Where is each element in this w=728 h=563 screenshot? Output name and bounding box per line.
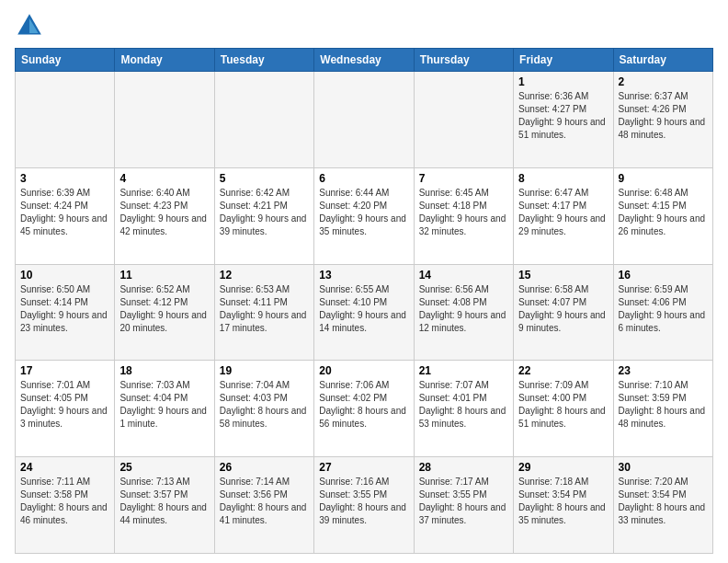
logo [15, 11, 48, 40]
calendar-cell: 1Sunrise: 6:36 AM Sunset: 4:27 PM Daylig… [514, 72, 613, 168]
day-number: 14 [419, 269, 508, 282]
day-number: 1 [518, 75, 608, 88]
calendar-cell: 2Sunrise: 6:37 AM Sunset: 4:26 PM Daylig… [613, 72, 712, 168]
calendar-cell: 13Sunrise: 6:55 AM Sunset: 4:10 PM Dayli… [314, 264, 414, 361]
calendar-cell [314, 72, 414, 168]
day-number: 9 [619, 172, 708, 185]
column-header-tuesday: Tuesday [214, 49, 313, 72]
day-info: Sunrise: 7:13 AM Sunset: 3:57 PM Dayligh… [119, 476, 209, 527]
day-info: Sunrise: 6:55 AM Sunset: 4:10 PM Dayligh… [319, 283, 408, 335]
day-info: Sunrise: 6:50 AM Sunset: 4:14 PM Dayligh… [20, 283, 109, 335]
day-number: 22 [518, 364, 608, 377]
day-info: Sunrise: 7:20 AM Sunset: 3:54 PM Dayligh… [619, 476, 708, 527]
day-number: 27 [319, 461, 408, 474]
calendar-cell: 8Sunrise: 6:47 AM Sunset: 4:17 PM Daylig… [514, 167, 613, 264]
calendar-cell: 23Sunrise: 7:10 AM Sunset: 3:59 PM Dayli… [613, 361, 712, 457]
day-info: Sunrise: 6:40 AM Sunset: 4:23 PM Dayligh… [119, 187, 209, 238]
calendar-table: SundayMondayTuesdayWednesdayThursdayFrid… [15, 48, 713, 554]
day-info: Sunrise: 6:59 AM Sunset: 4:06 PM Dayligh… [619, 283, 708, 335]
logo-icon [15, 11, 44, 40]
day-info: Sunrise: 6:48 AM Sunset: 4:15 PM Dayligh… [619, 187, 708, 238]
calendar-cell: 14Sunrise: 6:56 AM Sunset: 4:08 PM Dayli… [414, 264, 513, 361]
calendar-cell [16, 72, 115, 168]
day-number: 16 [619, 269, 708, 282]
column-header-wednesday: Wednesday [314, 49, 414, 72]
day-number: 25 [119, 461, 209, 474]
calendar-cell: 28Sunrise: 7:17 AM Sunset: 3:55 PM Dayli… [414, 457, 513, 554]
week-row-2: 3Sunrise: 6:39 AM Sunset: 4:24 PM Daylig… [16, 167, 713, 264]
day-number: 7 [419, 172, 508, 185]
calendar-cell: 12Sunrise: 6:53 AM Sunset: 4:11 PM Dayli… [214, 264, 313, 361]
calendar-cell: 9Sunrise: 6:48 AM Sunset: 4:15 PM Daylig… [613, 167, 712, 264]
calendar-cell: 27Sunrise: 7:16 AM Sunset: 3:55 PM Dayli… [314, 457, 414, 554]
day-info: Sunrise: 6:36 AM Sunset: 4:27 PM Dayligh… [518, 90, 608, 142]
day-number: 3 [20, 172, 109, 185]
day-info: Sunrise: 7:10 AM Sunset: 3:59 PM Dayligh… [619, 379, 708, 431]
calendar-cell: 11Sunrise: 6:52 AM Sunset: 4:12 PM Dayli… [115, 264, 214, 361]
calendar-cell: 6Sunrise: 6:44 AM Sunset: 4:20 PM Daylig… [314, 167, 414, 264]
calendar-cell: 10Sunrise: 6:50 AM Sunset: 4:14 PM Dayli… [16, 264, 115, 361]
day-number: 24 [20, 461, 109, 474]
day-info: Sunrise: 7:03 AM Sunset: 4:04 PM Dayligh… [119, 379, 209, 431]
day-number: 10 [20, 269, 109, 282]
calendar-cell: 25Sunrise: 7:13 AM Sunset: 3:57 PM Dayli… [115, 457, 214, 554]
header [15, 11, 713, 40]
day-info: Sunrise: 7:07 AM Sunset: 4:01 PM Dayligh… [419, 379, 508, 431]
day-number: 5 [220, 172, 309, 185]
day-number: 15 [518, 269, 608, 282]
day-number: 28 [419, 461, 508, 474]
calendar-cell: 18Sunrise: 7:03 AM Sunset: 4:04 PM Dayli… [115, 361, 214, 457]
day-info: Sunrise: 7:06 AM Sunset: 4:02 PM Dayligh… [319, 379, 408, 431]
day-info: Sunrise: 7:01 AM Sunset: 4:05 PM Dayligh… [20, 379, 109, 431]
day-info: Sunrise: 6:37 AM Sunset: 4:26 PM Dayligh… [619, 90, 708, 142]
day-info: Sunrise: 6:42 AM Sunset: 4:21 PM Dayligh… [220, 187, 309, 238]
calendar-cell [414, 72, 513, 168]
day-number: 13 [319, 269, 408, 282]
day-number: 26 [220, 461, 309, 474]
day-number: 29 [518, 461, 608, 474]
day-info: Sunrise: 6:39 AM Sunset: 4:24 PM Dayligh… [20, 187, 109, 238]
day-info: Sunrise: 7:09 AM Sunset: 4:00 PM Dayligh… [518, 379, 608, 431]
calendar-cell: 21Sunrise: 7:07 AM Sunset: 4:01 PM Dayli… [414, 361, 513, 457]
day-number: 18 [119, 364, 209, 377]
calendar-cell: 17Sunrise: 7:01 AM Sunset: 4:05 PM Dayli… [16, 361, 115, 457]
day-number: 30 [619, 461, 708, 474]
day-info: Sunrise: 6:52 AM Sunset: 4:12 PM Dayligh… [119, 283, 209, 335]
day-info: Sunrise: 7:04 AM Sunset: 4:03 PM Dayligh… [220, 379, 309, 431]
calendar-cell: 3Sunrise: 6:39 AM Sunset: 4:24 PM Daylig… [16, 167, 115, 264]
calendar-cell [115, 72, 214, 168]
day-info: Sunrise: 6:58 AM Sunset: 4:07 PM Dayligh… [518, 283, 608, 335]
week-row-5: 24Sunrise: 7:11 AM Sunset: 3:58 PM Dayli… [16, 457, 713, 554]
page: SundayMondayTuesdayWednesdayThursdayFrid… [0, 0, 728, 563]
day-number: 11 [119, 269, 209, 282]
week-row-1: 1Sunrise: 6:36 AM Sunset: 4:27 PM Daylig… [16, 72, 713, 168]
day-number: 2 [619, 75, 708, 88]
day-number: 20 [319, 364, 408, 377]
day-info: Sunrise: 7:18 AM Sunset: 3:54 PM Dayligh… [518, 476, 608, 527]
day-info: Sunrise: 6:56 AM Sunset: 4:08 PM Dayligh… [419, 283, 508, 335]
day-number: 21 [419, 364, 508, 377]
column-header-saturday: Saturday [613, 49, 712, 72]
calendar-cell: 7Sunrise: 6:45 AM Sunset: 4:18 PM Daylig… [414, 167, 513, 264]
day-info: Sunrise: 6:53 AM Sunset: 4:11 PM Dayligh… [220, 283, 309, 335]
calendar-cell: 19Sunrise: 7:04 AM Sunset: 4:03 PM Dayli… [214, 361, 313, 457]
calendar-cell: 22Sunrise: 7:09 AM Sunset: 4:00 PM Dayli… [514, 361, 613, 457]
day-info: Sunrise: 7:17 AM Sunset: 3:55 PM Dayligh… [419, 476, 508, 527]
calendar-cell [214, 72, 313, 168]
day-number: 6 [319, 172, 408, 185]
calendar-cell: 24Sunrise: 7:11 AM Sunset: 3:58 PM Dayli… [16, 457, 115, 554]
calendar-cell: 20Sunrise: 7:06 AM Sunset: 4:02 PM Dayli… [314, 361, 414, 457]
week-row-3: 10Sunrise: 6:50 AM Sunset: 4:14 PM Dayli… [16, 264, 713, 361]
day-number: 8 [518, 172, 608, 185]
calendar-cell: 5Sunrise: 6:42 AM Sunset: 4:21 PM Daylig… [214, 167, 313, 264]
day-info: Sunrise: 7:14 AM Sunset: 3:56 PM Dayligh… [220, 476, 309, 527]
day-number: 19 [220, 364, 309, 377]
day-info: Sunrise: 7:11 AM Sunset: 3:58 PM Dayligh… [20, 476, 109, 527]
calendar-cell: 15Sunrise: 6:58 AM Sunset: 4:07 PM Dayli… [514, 264, 613, 361]
column-header-monday: Monday [115, 49, 214, 72]
calendar-cell: 30Sunrise: 7:20 AM Sunset: 3:54 PM Dayli… [613, 457, 712, 554]
column-header-thursday: Thursday [414, 49, 513, 72]
calendar-cell: 26Sunrise: 7:14 AM Sunset: 3:56 PM Dayli… [214, 457, 313, 554]
column-header-friday: Friday [514, 49, 613, 72]
day-info: Sunrise: 6:44 AM Sunset: 4:20 PM Dayligh… [319, 187, 408, 238]
